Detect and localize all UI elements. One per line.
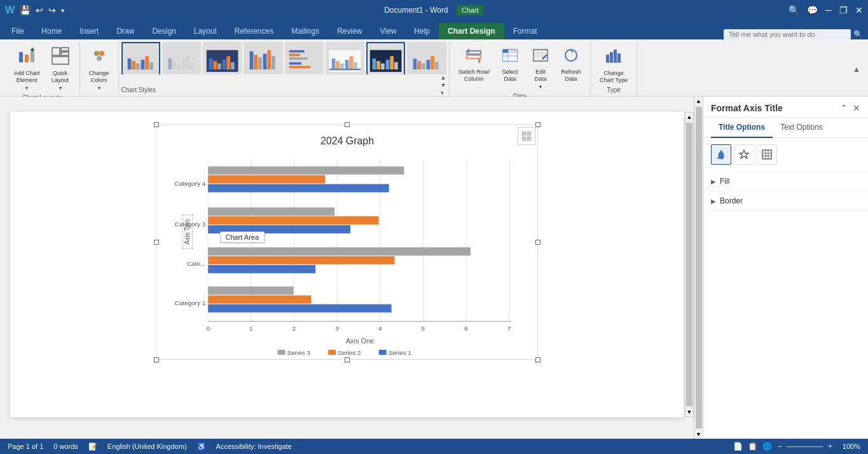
handle-top-center[interactable] — [345, 122, 350, 127]
svg-rect-17 — [132, 60, 135, 69]
minimize-icon[interactable]: ─ — [825, 5, 832, 15]
add-chart-element-button[interactable]: Add ChartElement ▾ — [10, 45, 44, 94]
chart-area-menu-icon[interactable] — [518, 127, 535, 145]
svg-rect-22 — [167, 57, 197, 58]
tab-text-options[interactable]: Text Options — [773, 118, 830, 138]
tab-design[interactable]: Design — [143, 23, 184, 39]
panel-effects-icon[interactable] — [734, 144, 754, 165]
chart-style-8[interactable] — [407, 42, 446, 74]
tab-file[interactable]: File — [3, 23, 32, 39]
accessibility-info[interactable]: Accessibility: Investigate — [216, 443, 292, 450]
svg-marker-120 — [740, 150, 748, 158]
main-scrollbar[interactable]: ▲ ▼ — [694, 97, 703, 439]
change-colors-dropdown[interactable]: ▾ — [98, 85, 100, 92]
svg-rect-116 — [328, 350, 336, 355]
view-normal-icon[interactable]: 📄 — [733, 442, 743, 451]
panel-size-properties-icon[interactable] — [757, 144, 777, 165]
edit-data-dropdown[interactable]: ▾ — [539, 84, 542, 90]
refresh-data-button[interactable]: RefreshData — [557, 45, 585, 85]
tab-help[interactable]: Help — [405, 23, 439, 39]
view-web-icon[interactable]: 🌐 — [762, 442, 772, 451]
change-chart-type-button[interactable]: ChangeChart Type — [596, 45, 631, 86]
language-icon[interactable]: 📝 — [88, 443, 97, 451]
main-scrollbar-thumb[interactable] — [696, 107, 702, 429]
main-scrollbar-up[interactable]: ▲ — [694, 97, 703, 106]
svg-rect-18 — [136, 63, 140, 69]
chart-style-3[interactable] — [203, 42, 242, 74]
chart-style-5[interactable] — [285, 42, 324, 74]
handle-mid-left[interactable] — [154, 240, 159, 245]
tab-insert[interactable]: Insert — [71, 23, 107, 39]
panel-border-section[interactable]: ▶ Border — [703, 191, 868, 211]
scrollbar-thumb[interactable] — [686, 123, 692, 406]
zoom-level[interactable]: 100% — [837, 443, 860, 450]
svg-rect-88 — [522, 132, 526, 135]
chart-styles-scroll-down[interactable]: ▼ — [441, 82, 446, 88]
page-scrollbar[interactable]: ▲ ▼ — [685, 112, 694, 417]
zoom-in-icon[interactable]: + — [828, 442, 832, 451]
panel-close-icon[interactable]: ✕ — [853, 103, 860, 113]
change-chart-type-icon — [605, 47, 623, 69]
svg-rect-83 — [606, 55, 609, 62]
axis-two-label[interactable]: Axis Two — [182, 215, 193, 249]
panel-fill-properties-icon[interactable] — [711, 144, 731, 165]
tab-chart-design[interactable]: Chart Design — [439, 23, 504, 39]
svg-rect-32 — [213, 60, 217, 69]
tab-home[interactable]: Home — [32, 23, 71, 39]
scrollbar-up[interactable]: ▲ — [685, 113, 694, 121]
tab-layout[interactable]: Layout — [185, 23, 226, 39]
tab-view[interactable]: View — [371, 23, 406, 39]
scrollbar-down[interactable]: ▼ — [685, 408, 694, 416]
tab-title-options[interactable]: Title Options — [711, 118, 773, 138]
tab-format[interactable]: Format — [504, 23, 546, 39]
select-data-button[interactable]: SelectData — [496, 45, 524, 85]
chart-styles-scroll-more[interactable]: ▾ — [441, 90, 446, 96]
tab-references[interactable]: References — [226, 23, 282, 39]
restore-icon[interactable]: ❐ — [839, 5, 848, 15]
close-icon[interactable]: ✕ — [855, 5, 863, 15]
handle-top-left[interactable] — [154, 122, 159, 127]
handle-bottom-right[interactable] — [535, 357, 541, 362]
bar-cat4-series3 — [208, 167, 404, 175]
tab-review[interactable]: Review — [328, 23, 371, 39]
tab-draw[interactable]: Draw — [107, 23, 143, 39]
quick-layout-icon — [52, 47, 69, 69]
zoom-slider[interactable]: ──────── — [787, 443, 823, 450]
chart-style-4[interactable] — [244, 42, 282, 74]
quick-layout-dropdown[interactable]: ▾ — [59, 85, 62, 92]
add-chart-element-dropdown[interactable]: ▾ — [25, 85, 28, 92]
change-colors-button[interactable]: ChangeColors ▾ — [85, 45, 113, 94]
panel-collapse-icon[interactable]: ⌃ — [840, 103, 848, 113]
handle-top-right[interactable] — [535, 122, 541, 127]
edit-data-button[interactable]: EditData ▾ — [527, 45, 555, 93]
panel-fill-section[interactable]: ▶ Fill — [703, 172, 868, 191]
chart-style-7[interactable] — [366, 42, 405, 74]
type-buttons: ChangeChart Type — [596, 42, 631, 86]
switch-row-column-button[interactable]: Switch Row/Column — [455, 45, 494, 85]
quick-save-icon[interactable]: 💾 — [20, 5, 31, 15]
handle-bottom-center[interactable] — [345, 357, 350, 362]
ribbon-collapse[interactable]: ▲ — [850, 42, 863, 96]
tab-mailings[interactable]: Mailings — [282, 23, 328, 39]
handle-bottom-left[interactable] — [154, 357, 159, 362]
quick-redo-icon[interactable]: ↪ — [48, 5, 56, 15]
svg-rect-63 — [413, 58, 417, 69]
help-search-icon[interactable]: 🔍 — [789, 5, 799, 15]
chart-style-1[interactable] — [121, 42, 160, 74]
quick-layout-button[interactable]: QuickLayout ▾ — [46, 45, 74, 94]
main-scrollbar-down[interactable]: ▼ — [694, 430, 703, 439]
quick-undo-icon[interactable]: ↩ — [36, 5, 43, 15]
quick-dropdown-icon[interactable]: ▾ — [61, 7, 64, 14]
svg-rect-52 — [345, 60, 348, 69]
chart-styles-scroll-up[interactable]: ▲ — [441, 74, 446, 81]
language-info[interactable]: English (United Kingdom) — [107, 443, 187, 450]
ribbon-search-input[interactable] — [724, 29, 851, 39]
handle-mid-right[interactable] — [535, 240, 541, 245]
comments-icon[interactable]: 💬 — [807, 5, 818, 15]
view-layout-icon[interactable]: 📋 — [748, 442, 757, 451]
quick-layout-label: QuickLayout — [52, 70, 69, 84]
svg-rect-84 — [610, 52, 613, 62]
zoom-out-icon[interactable]: − — [777, 442, 782, 451]
chart-style-2[interactable] — [162, 42, 201, 74]
chart-style-6[interactable] — [326, 42, 364, 74]
